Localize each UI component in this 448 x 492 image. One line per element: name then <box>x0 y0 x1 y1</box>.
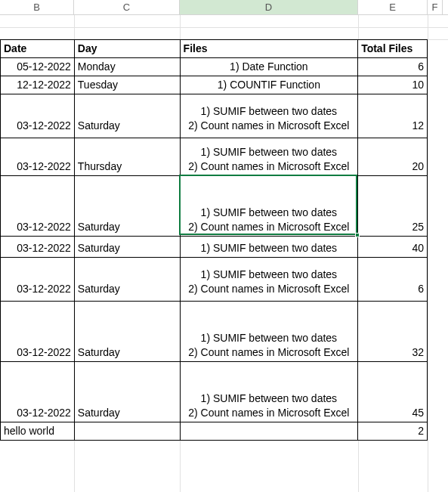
cell-date[interactable]: 03-12-2022 <box>1 138 75 175</box>
cell-files[interactable]: 1) Date Function <box>180 57 358 76</box>
col-header-b[interactable]: B <box>0 0 74 14</box>
cell-day[interactable] <box>74 422 180 440</box>
cell-day[interactable]: Saturday <box>74 175 180 236</box>
cell-total[interactable]: 45 <box>358 361 428 422</box>
cell-day[interactable]: Saturday <box>74 301 180 361</box>
cell-date[interactable]: 12-12-2022 <box>1 76 75 94</box>
col-header-f[interactable]: F <box>428 0 443 14</box>
data-table: Date Day Files Total Files 05-12-2022Mon… <box>0 39 428 441</box>
cell-date[interactable]: 03-12-2022 <box>1 361 75 422</box>
header-date[interactable]: Date <box>1 40 75 58</box>
cell-files[interactable]: 1) SUMIF between two dates 2) Count name… <box>180 175 358 236</box>
col-header-c[interactable]: C <box>74 0 180 14</box>
table-row: 03-12-2022Saturday1) SUMIF between two d… <box>1 175 428 236</box>
cell-total[interactable]: 20 <box>358 138 428 175</box>
table-row: 05-12-2022Monday1) Date Function6 <box>1 57 428 76</box>
cell-date[interactable]: 03-12-2022 <box>1 257 75 301</box>
cell-total[interactable]: 2 <box>358 422 428 440</box>
cell-day[interactable]: Saturday <box>74 94 180 138</box>
cell-date[interactable]: 03-12-2022 <box>1 236 75 257</box>
cell-date[interactable]: 05-12-2022 <box>1 57 75 76</box>
cell-files[interactable]: 1) SUMIF between two dates 2) Count name… <box>180 138 358 175</box>
cell-files[interactable]: 1) SUMIF between two dates 2) Count name… <box>180 361 358 422</box>
header-day[interactable]: Day <box>74 40 180 58</box>
table-header-row: Date Day Files Total Files <box>1 40 428 58</box>
cell-day[interactable]: Monday <box>74 57 180 76</box>
sheet-body[interactable]: Date Day Files Total Files 05-12-2022Mon… <box>0 15 448 492</box>
table-row: 03-12-2022Saturday1) SUMIF between two d… <box>1 94 428 138</box>
cell-total[interactable]: 25 <box>358 175 428 236</box>
cell-files[interactable]: 1) SUMIF between two dates 2) Count name… <box>180 94 358 138</box>
cell-day[interactable]: Saturday <box>74 361 180 422</box>
table-row: 03-12-2022Saturday1) SUMIF between two d… <box>1 257 428 301</box>
cell-date[interactable]: 03-12-2022 <box>1 94 75 138</box>
table-row: 12-12-2022Tuesday1) COUNTIF Function10 <box>1 76 428 94</box>
cell-total[interactable]: 10 <box>358 76 428 94</box>
cell-files[interactable] <box>180 422 358 440</box>
cell-files[interactable]: 1) SUMIF between two dates 2) Count name… <box>180 301 358 361</box>
cell-date[interactable]: 03-12-2022 <box>1 301 75 361</box>
table-row: hello world2 <box>1 422 428 440</box>
cell-day[interactable]: Thursday <box>74 138 180 175</box>
cell-total[interactable]: 6 <box>358 257 428 301</box>
cell-total[interactable]: 40 <box>358 236 428 257</box>
header-files[interactable]: Files <box>180 40 358 58</box>
cell-date[interactable]: hello world <box>1 422 75 440</box>
col-header-e[interactable]: E <box>358 0 428 14</box>
column-headers: B C D E F <box>0 0 448 15</box>
cell-files[interactable]: 1) SUMIF between two dates 2) Count name… <box>180 257 358 301</box>
spreadsheet-grid[interactable]: B C D E F Date Day Files Total Files <box>0 0 448 492</box>
cell-files[interactable]: 1) COUNTIF Function <box>180 76 358 94</box>
table-row: 03-12-2022Saturday1) SUMIF between two d… <box>1 301 428 361</box>
table-row: 03-12-2022Saturday1) SUMIF between two d… <box>1 236 428 257</box>
cell-files[interactable]: 1) SUMIF between two dates <box>180 236 358 257</box>
cell-total[interactable]: 6 <box>358 57 428 76</box>
cell-day[interactable]: Tuesday <box>74 76 180 94</box>
cell-date[interactable]: 03-12-2022 <box>1 175 75 236</box>
table-row: 03-12-2022Saturday1) SUMIF between two d… <box>1 361 428 422</box>
header-total[interactable]: Total Files <box>358 40 428 58</box>
cell-day[interactable]: Saturday <box>74 236 180 257</box>
cell-total[interactable]: 32 <box>358 301 428 361</box>
fill-handle[interactable] <box>355 233 360 237</box>
cell-total[interactable]: 12 <box>358 94 428 138</box>
table-row: 03-12-2022Thursday1) SUMIF between two d… <box>1 138 428 175</box>
cell-day[interactable]: Saturday <box>74 257 180 301</box>
col-header-d[interactable]: D <box>180 0 358 14</box>
